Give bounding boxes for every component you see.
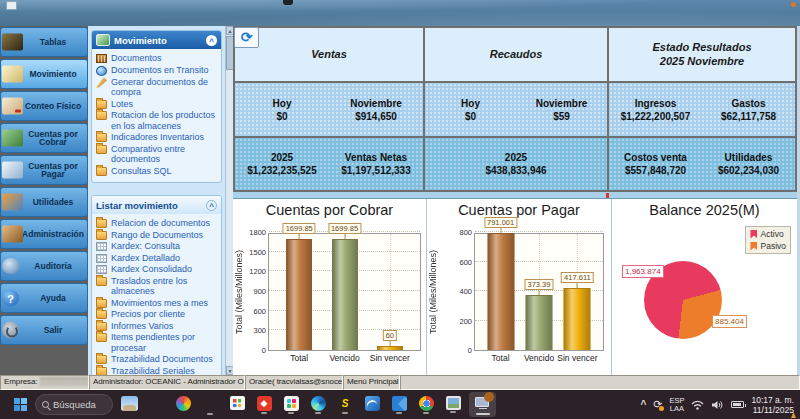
sidebar-item-pagar[interactable]: Cuentas por Pagar [0, 155, 88, 185]
clock-date: 11/11/2025 [751, 405, 794, 415]
menu-item[interactable]: Rotacion de los productos en los almacen… [96, 110, 219, 131]
sidebar-item-utilidades[interactable]: Utilidades [0, 187, 88, 217]
bar-label-stem [389, 341, 390, 346]
taskbar: ESP LAA 10:17 a. m. 11/11/2025 [0, 390, 800, 419]
recaudos-hoy-label: Hoy [425, 97, 516, 110]
taskbar-app-blue-button[interactable] [361, 396, 383, 414]
grid-icon [96, 254, 107, 263]
taskbar-chrome-button[interactable] [415, 396, 437, 414]
running-indicator [450, 411, 456, 413]
taskbar-app-green-arrow-button[interactable] [501, 395, 523, 415]
menu-item[interactable]: Documentos [96, 53, 219, 64]
taskbar-search[interactable] [35, 394, 113, 415]
menu-item[interactable]: Kardex Consolidado [96, 264, 219, 275]
recaudos-anio-value: $438,833,946 [485, 164, 546, 177]
menu-item[interactable]: Informes Varios [96, 321, 219, 332]
widgets-icon [121, 396, 138, 411]
taskbar-copilot-button[interactable] [172, 396, 194, 414]
search-input[interactable] [53, 399, 105, 410]
estado-ingresos-gastos-cell: Ingresos $1,222,200,507 Gastos $62,117,7… [609, 83, 795, 136]
legend-entry-activo: Activo [750, 229, 786, 239]
erp-monitor-icon [475, 397, 490, 410]
menu-group-header[interactable]: Movimiento [92, 31, 221, 49]
menu-item[interactable]: Trazabilidad Documentos [96, 354, 219, 365]
sidebar-item-label: Ayuda [22, 294, 66, 303]
menu-item[interactable]: Trazabilidad Seriales [96, 366, 219, 376]
folder-icon [96, 322, 107, 331]
menu-item[interactable]: Rango de Documentos [96, 230, 219, 241]
sidebar-item-cobrar[interactable]: Cuentas por Cobrar [0, 123, 88, 153]
sidebar-item-label: Utilidades [15, 198, 74, 207]
estado-costos-utilidades-cell: Costos venta $557,848,720 Utilidades $60… [609, 138, 795, 190]
battery-icon[interactable] [731, 401, 744, 408]
refresh-button[interactable] [234, 27, 259, 48]
menu-scrollbar[interactable]: ▲ ▼ [225, 26, 233, 375]
ventas-month-cell: Hoy $0 Noviembre $914,650 [235, 83, 423, 136]
estado-title-line2: 2025 Noviembre [652, 55, 751, 69]
taskbar-file-explorer-button[interactable] [199, 395, 221, 415]
taskbar-store-button[interactable] [226, 396, 248, 413]
sidebar-item-auditoria[interactable]: Auditoría [0, 251, 88, 281]
taskbar-vscode-button[interactable] [388, 396, 410, 414]
x-category-label: Sin vencer [370, 353, 410, 363]
folder-icon [96, 100, 107, 109]
menu-item[interactable]: Generar documentos de compra [96, 77, 219, 98]
menu-item[interactable]: Precios por cliente [96, 309, 219, 320]
menu-item[interactable]: Comparativo entre documentos [96, 144, 219, 165]
collapse-chevron-icon[interactable] [206, 35, 217, 46]
charts-top-strip [233, 192, 797, 199]
bar-label-stem [500, 228, 501, 233]
menu-item[interactable]: Relacion de documentos [96, 218, 219, 229]
language-indicator[interactable]: ESP LAA [669, 397, 684, 413]
start-button[interactable] [10, 395, 30, 415]
legend-marker-icon [750, 242, 757, 251]
menu-item[interactable]: Documentos en Transito [96, 65, 219, 76]
menu-item[interactable]: Traslados entre los almacenes [96, 276, 219, 297]
taskbar-widgets-button[interactable] [118, 396, 140, 414]
menu-item[interactable]: Lotes [96, 99, 219, 110]
x-category-label: Vencido [329, 353, 359, 363]
menu-item[interactable]: Kardex Detallado [96, 253, 219, 264]
menu-group-title: Movimiento [114, 35, 202, 46]
system-tray: ESP LAA 10:17 a. m. 11/11/2025 [640, 395, 794, 415]
empresa-label: Empresa: [4, 377, 37, 386]
sync-tray-icon[interactable] [653, 398, 662, 411]
wifi-icon[interactable] [691, 400, 704, 410]
menu-item[interactable]: Kardex: Consulta [96, 241, 219, 252]
y-tick-label: 600 [459, 257, 472, 266]
taskbar-app-red-button[interactable] [253, 396, 275, 414]
sidebar-item-administracion[interactable]: Administración [0, 219, 88, 249]
clock[interactable]: 10:17 a. m. 11/11/2025 [751, 395, 794, 415]
taskbar-edge-button[interactable] [307, 396, 329, 414]
status-bar: Empresa: ▒▒▒▒▒▒▒▒▒ Administrador: OCEANI… [0, 375, 800, 390]
status-menu-principal: Menú Principal [343, 375, 400, 390]
taskbar-app-dark-button[interactable] [334, 396, 356, 414]
collapse-chevron-icon[interactable] [206, 200, 217, 211]
taskbar-app-grid-button[interactable] [280, 396, 302, 414]
y-tick-label: 0 [468, 346, 472, 355]
hidden-icons-chevron-icon[interactable] [640, 399, 646, 410]
y-tick-label: 200 [459, 316, 472, 325]
menu-group-header[interactable]: Listar movimiento [92, 196, 221, 214]
sidebar: TablasMovimientoConteo FísicoCuentas por… [0, 26, 88, 375]
volume-icon[interactable] [711, 400, 724, 410]
menu-item[interactable]: Consultas SQL [96, 166, 219, 177]
recaudos-mes-label: Noviembre [516, 97, 607, 110]
taskbar-task-view-button[interactable] [145, 395, 167, 415]
menu-item-label: Trazabilidad Documentos [111, 354, 213, 365]
menu-item[interactable]: Items pendientes por procesar [96, 332, 219, 353]
sidebar-item-salir[interactable]: Salir [0, 315, 88, 345]
sidebar-item-tablas[interactable]: Tablas [0, 27, 88, 57]
menu-item[interactable]: Indicadores Inventarios [96, 132, 219, 143]
folder-icon [96, 133, 107, 142]
costos-label: Costos venta [609, 151, 702, 164]
sidebar-item-ayuda[interactable]: Ayuda [0, 283, 88, 313]
sidebar-item-conteo[interactable]: Conteo Físico [0, 91, 88, 121]
taskbar-erp-app-button[interactable] [469, 392, 496, 417]
sidebar-item-movimiento[interactable]: Movimiento [0, 59, 88, 89]
chart-title: Cuentas por Cobrar [233, 202, 426, 218]
chart-title: Cuentas por Pagar [427, 202, 611, 218]
menu-item[interactable]: Movimientos mes a mes [96, 298, 219, 309]
taskbar-photos-button[interactable] [442, 396, 464, 413]
tablas-icon [2, 34, 23, 51]
